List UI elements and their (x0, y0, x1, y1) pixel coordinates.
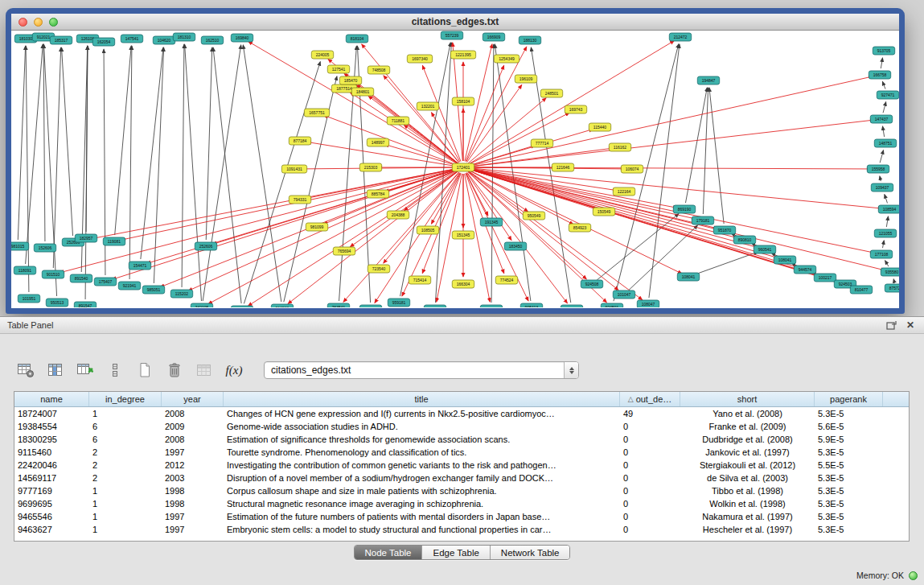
table-cell[interactable]: Wolkin et al. (1998) (680, 499, 815, 509)
table-cell[interactable]: Hescheler et al. (1997) (680, 525, 815, 534)
table-cell[interactable]: 0 (620, 447, 680, 457)
table-cell[interactable]: 2 (89, 447, 162, 457)
table-cell[interactable]: Nakamura et al. (1997) (680, 512, 815, 521)
table-cell[interactable]: 1 (89, 409, 162, 418)
table-cell[interactable]: Yano et al. (2008) (680, 409, 815, 418)
tab-edge-table[interactable]: Edge Table (422, 546, 490, 559)
table-cell[interactable]: Disruption of a novel member of a sodium… (224, 473, 620, 483)
table-row[interactable]: 946362711997Embryonic stem cells: a mode… (14, 523, 909, 536)
table-cell[interactable]: 2008 (162, 409, 224, 418)
close-window-button[interactable] (18, 18, 27, 27)
table-cell[interactable]: 5.3E-5 (815, 525, 883, 534)
table-cell[interactable]: 2 (89, 460, 162, 470)
table-cell[interactable]: 5.3E-5 (815, 486, 883, 496)
table-cell[interactable]: Estimation of significance thresholds fo… (224, 435, 620, 444)
table-cell[interactable]: 9465546 (14, 512, 89, 521)
zoom-window-button[interactable] (49, 18, 58, 27)
table-cell[interactable]: 2012 (162, 460, 224, 470)
column-header-pagerank[interactable]: pagerank (815, 392, 883, 406)
tab-network-table[interactable]: Network Table (491, 546, 570, 559)
table-cell[interactable]: 5.5E-5 (815, 460, 883, 470)
column-header-year[interactable]: year (162, 392, 224, 406)
table-cell[interactable]: Embryonic stem cells: a model to study s… (224, 525, 620, 534)
table-row[interactable]: 1830029562008Estimation of significance … (14, 433, 909, 446)
table-row[interactable]: 969969511998Structural magnetic resonanc… (14, 497, 909, 510)
table-cell[interactable]: Tibbo et al. (1998) (680, 486, 815, 496)
new-column-icon[interactable] (74, 360, 97, 381)
table-cell[interactable]: 0 (620, 525, 680, 534)
table-cell[interactable]: Structural magnetic resonance image aver… (224, 499, 620, 509)
float-panel-icon[interactable] (885, 319, 897, 332)
table-row[interactable]: 1456911722003Disruption of a novel membe… (14, 472, 909, 484)
table-cell[interactable]: 9777169 (14, 486, 89, 496)
table-row[interactable]: 946554611997Estimation of the future num… (14, 510, 909, 523)
table-cell[interactable]: Corpus callosum shape and size in male p… (224, 486, 620, 496)
table-cell[interactable]: 2008 (162, 435, 224, 444)
table-cell[interactable]: 18300295 (14, 435, 89, 444)
close-panel-icon[interactable]: ✕ (904, 319, 917, 332)
table-cell[interactable]: Changes of HCN gene expression and I(f) … (224, 409, 620, 418)
table-cell[interactable]: 14569117 (14, 473, 89, 483)
table-cell[interactable]: 9463627 (14, 525, 89, 534)
table-cell[interactable]: 49 (620, 409, 680, 418)
table-cell[interactable]: 2003 (162, 473, 224, 483)
table-cell[interactable]: 19384554 (14, 422, 89, 431)
table-cell[interactable]: Investigating the contribution of common… (224, 460, 620, 470)
table-cell[interactable]: 0 (620, 499, 680, 509)
table-cell[interactable]: 5.3E-5 (815, 409, 883, 418)
table-cell[interactable]: Stergiakouli et al. (2012) (680, 460, 815, 470)
table-row[interactable]: 2242004622012Investigating the contribut… (14, 459, 909, 472)
table-cell[interactable]: 0 (620, 460, 680, 470)
function-builder-icon[interactable]: f(x) (223, 360, 245, 381)
table-row[interactable]: 1872400712008Changes of HCN gene express… (14, 407, 909, 420)
table-cell[interactable]: 5.3E-5 (815, 473, 883, 483)
window-titlebar[interactable]: citations_edges.txt (11, 14, 899, 31)
new-file-icon[interactable] (133, 360, 156, 381)
table-cell[interactable]: 9699695 (14, 499, 89, 509)
table-cell[interactable]: Estimation of the future numbers of pati… (224, 512, 620, 521)
delete-icon[interactable] (163, 360, 186, 381)
import-table-icon[interactable] (193, 360, 216, 381)
table-cell[interactable]: Tourette syndrome. Phenomenology and cla… (224, 447, 620, 457)
column-header-out_de[interactable]: △out_de… (620, 392, 680, 406)
table-cell[interactable]: 1 (89, 525, 162, 534)
column-header-in_degree[interactable]: in_degree (89, 392, 162, 406)
table-cell[interactable]: 0 (620, 435, 680, 444)
table-cell[interactable]: 1 (89, 486, 162, 496)
column-header-title[interactable]: title (224, 392, 620, 406)
column-header-short[interactable]: short (680, 392, 815, 406)
column-header-name[interactable]: name (14, 392, 89, 406)
show-columns-icon[interactable] (44, 360, 67, 381)
table-cell[interactable]: 9115460 (14, 447, 89, 457)
table-cell[interactable]: 5.3E-5 (815, 512, 883, 521)
network-canvas-area[interactable]: 1724011254349122139516973407485081877514… (11, 31, 899, 307)
table-cell[interactable]: 18724007 (14, 409, 89, 418)
table-cell[interactable]: 0 (620, 422, 680, 431)
table-cell[interactable]: 0 (620, 486, 680, 496)
table-cell[interactable]: Franke et al. (2009) (680, 422, 815, 431)
table-cell[interactable]: 1997 (162, 447, 224, 457)
table-cell[interactable]: Dudbridge et al. (2008) (680, 435, 815, 444)
table-cell[interactable]: 1 (89, 512, 162, 521)
table-cell[interactable]: 6 (89, 435, 162, 444)
table-cell[interactable]: 5.3E-5 (815, 499, 883, 509)
row-tools-icon[interactable] (104, 360, 126, 381)
table-cell[interactable]: 0 (620, 512, 680, 521)
table-cell[interactable]: de Silva et al. (2003) (680, 473, 815, 483)
table-cell[interactable]: 5.3E-5 (815, 447, 883, 457)
table-row[interactable]: 1938455462009Genome-wide association stu… (14, 420, 909, 433)
table-cell[interactable]: 1998 (162, 486, 224, 496)
tab-node-table[interactable]: Node Table (355, 546, 423, 559)
table-cell[interactable]: 5.9E-5 (815, 435, 883, 444)
table-row[interactable]: 977716911998Corpus callosum shape and si… (14, 484, 909, 497)
table-cell[interactable]: 6 (89, 422, 162, 431)
table-row[interactable]: 911546021997Tourette syndrome. Phenomeno… (14, 446, 909, 459)
table-cell[interactable]: 1998 (162, 499, 224, 509)
table-cell[interactable]: 2 (89, 473, 162, 483)
table-cell[interactable]: Genome-wide association studies in ADHD. (224, 422, 620, 431)
network-canvas[interactable]: 1724011254349122139516973407485081877514… (11, 31, 899, 307)
table-selector-dropdown[interactable]: citations_edges.txt (264, 361, 579, 379)
table-cell[interactable]: 1997 (162, 525, 224, 534)
table-cell[interactable]: 2009 (162, 422, 224, 431)
table-cell[interactable]: 5.6E-5 (815, 422, 883, 431)
